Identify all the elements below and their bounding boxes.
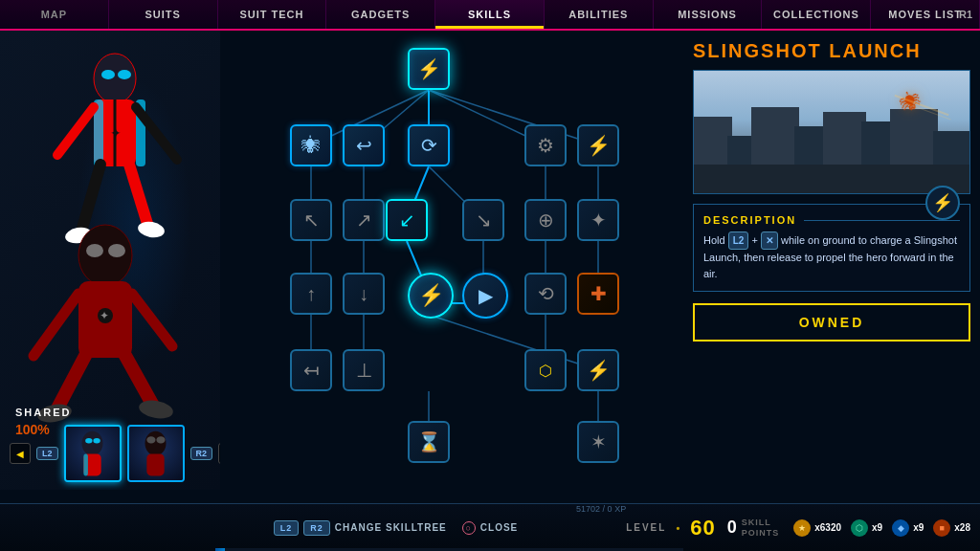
svg-point-26 (82, 430, 103, 455)
skill-node-r2-6[interactable]: ✦ (577, 199, 619, 241)
nav-collections[interactable]: COLLECTIONS (762, 0, 871, 29)
nav-map[interactable]: MAP (0, 0, 109, 29)
skill-points-number: 0 (727, 518, 738, 538)
suit-selector: ◀ L2 (10, 425, 220, 482)
suit-thumb-miles[interactable] (64, 425, 122, 482)
x-key: ✕ (761, 231, 778, 250)
right-panel: SLINGSHOT LAUNCH 🕷 (693, 40, 970, 452)
skill-node-r1-2[interactable]: ↩ (343, 124, 385, 166)
svg-point-33 (156, 436, 165, 443)
character-art-panel: ✦ (0, 31, 220, 490)
gem-icon: ◆ (892, 519, 909, 537)
skill-node-r3-center2[interactable]: ▶ (462, 273, 508, 319)
svg-text:✦: ✦ (110, 125, 122, 141)
spiderman-figure-bottom: ✦ (10, 222, 201, 432)
skill-preview-image: 🕷 (693, 70, 970, 194)
skill-node-r4-4[interactable]: ⬡ (524, 349, 567, 391)
skill-node-r5-1[interactable]: ⌛ (408, 421, 450, 463)
skill-node-r1-4[interactable]: ⚙ (524, 124, 567, 166)
suit-thumb-classic[interactable] (127, 425, 185, 482)
skill-node-r3-2[interactable]: ↓ (343, 273, 385, 315)
currency-tech: ⬡ x9 (851, 519, 882, 537)
currency-display: ★ x6320 ⬡ x9 ◆ x9 ■ x28 (793, 519, 980, 537)
skill-points-display: 0 SKILL POINTS (727, 518, 780, 539)
skill-node-r1-5[interactable]: ⚡ (577, 124, 619, 166)
bottom-stats: LEVEL • 60 0 SKILL POINTS (626, 516, 793, 540)
svg-point-25 (138, 398, 175, 421)
svg-line-22 (33, 294, 78, 356)
svg-rect-34 (146, 453, 164, 475)
svg-point-2 (118, 70, 131, 79)
xp-display: 51702 / 0 XP (576, 504, 626, 514)
svg-text:✦: ✦ (100, 309, 109, 322)
r2-label: R2 (190, 447, 213, 460)
skill-title: SLINGSHOT LAUNCH (693, 40, 970, 62)
skill-node-r4-2[interactable]: ⊥ (343, 349, 385, 391)
svg-point-27 (85, 438, 92, 444)
nav-missions[interactable]: MISSIONS (654, 0, 763, 29)
description-header: DESCRIPTION (703, 214, 960, 226)
l2-control-key: L2 (274, 520, 300, 536)
level-number: 60 (690, 516, 715, 540)
skill-node-r2-5[interactable]: ⊕ (524, 199, 567, 241)
tech-icon: ⬡ (851, 519, 868, 537)
skill-node-r2-1[interactable]: ↖ (290, 199, 332, 241)
nav-gadgets[interactable]: GADGETS (326, 0, 435, 29)
skill-node-r1-3[interactable]: ⟳ (408, 124, 450, 166)
currency-gem: ◆ x9 (892, 519, 924, 537)
nav-suit-tech[interactable]: SUIT TECH (218, 0, 327, 29)
svg-point-0 (94, 54, 136, 103)
main-content: ✦ (0, 31, 980, 551)
skill-node-r4-5[interactable]: ⚡ (577, 349, 619, 391)
svg-point-28 (93, 438, 100, 444)
svg-line-12 (57, 107, 94, 155)
chevron-left-icon: ◀ (16, 449, 24, 459)
svg-line-20 (57, 354, 86, 408)
bottom-controls: L2 R2 CHANGE SKILLTREE ○ CLOSE (215, 520, 576, 536)
r2-control-key: R2 (303, 520, 330, 536)
svg-line-54 (429, 315, 598, 370)
svg-line-23 (132, 294, 172, 346)
skill-node-r2-2[interactable]: ↗ (343, 199, 385, 241)
nav-skills[interactable]: SKILLS (435, 0, 545, 29)
svg-line-9 (129, 165, 148, 227)
currency-gold: ★ x6320 (793, 519, 841, 537)
svg-point-1 (101, 70, 115, 79)
skill-node-r5-2[interactable]: ✶ (577, 421, 619, 463)
svg-point-16 (108, 244, 125, 257)
l2-label: L2 (36, 447, 58, 460)
bottom-bar: L2 R2 CHANGE SKILLTREE ○ CLOSE 51702 / 0… (0, 503, 980, 551)
skill-node-r2-4[interactable]: ↘ (462, 199, 504, 241)
currency-orange: ■ x28 (933, 519, 970, 537)
shared-label: SHARED (15, 407, 71, 418)
nav-abilities[interactable]: ABILITIES (545, 0, 654, 29)
description-text: Hold L2 + ✕ while on ground to charge a … (703, 231, 960, 281)
prev-suit-button[interactable]: ◀ (10, 443, 31, 464)
nav-suits[interactable]: SUITS (109, 0, 218, 29)
skill-node-r3-1[interactable]: ↑ (290, 273, 332, 315)
skill-float-icon: ⚡ (925, 186, 960, 220)
skill-node-r2-3[interactable]: ↙ (386, 199, 428, 241)
skill-node-r1-1[interactable]: 🕷 (290, 124, 332, 166)
skill-node-r3-center1[interactable]: ⚡ (408, 273, 454, 319)
owned-button[interactable]: OWNED (693, 303, 970, 342)
circle-button: ○ (462, 521, 476, 535)
svg-line-21 (124, 354, 153, 406)
svg-point-14 (78, 225, 132, 286)
level-display: LEVEL • 60 (626, 516, 716, 540)
skill-node-r3-5[interactable]: ⟲ (524, 273, 567, 315)
skill-tree: ⚡ 🕷 ↩ ⟳ ⚙ ⚡ ↖ ↗ ↙ ↘ ⊕ (215, 40, 684, 528)
close-hint: ○ CLOSE (462, 521, 518, 535)
svg-rect-30 (83, 453, 88, 475)
skill-node-r4-1[interactable]: ↤ (290, 349, 332, 391)
svg-point-15 (86, 244, 103, 257)
change-skilltree-hint: L2 R2 CHANGE SKILLTREE (274, 520, 447, 536)
r1-button: R1 (959, 9, 972, 20)
description-section: DESCRIPTION ⚡ Hold L2 + ✕ while on groun… (693, 204, 970, 292)
orange-icon: ■ (933, 519, 950, 537)
skill-node-top[interactable]: ⚡ (408, 48, 450, 90)
svg-line-39 (429, 90, 598, 145)
skill-node-r3-6[interactable]: ✚ (577, 273, 619, 315)
top-nav: MAP SUITS SUIT TECH GADGETS SKILLS ABILI… (0, 0, 980, 31)
l2-key: L2 (728, 231, 749, 250)
